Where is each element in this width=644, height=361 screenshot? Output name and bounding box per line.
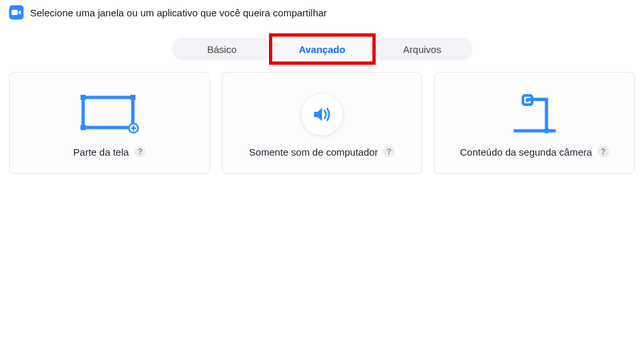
dialog-header: Selecione uma janela ou um aplicativo qu… (0, 0, 644, 20)
share-tabs: Básico Avançado Arquivos (0, 38, 644, 60)
help-icon[interactable]: ? (383, 146, 395, 158)
camera-icon-area (503, 88, 566, 141)
tab-basic[interactable]: Básico (172, 38, 272, 60)
audio-label-row: Somente som de computador ? (249, 146, 395, 158)
svg-rect-2 (80, 95, 86, 100)
svg-rect-0 (12, 10, 18, 15)
svg-point-13 (526, 98, 529, 102)
option-portion-of-screen[interactable]: Parte da tela ? (9, 72, 210, 174)
camera-icon (11, 9, 22, 16)
option-second-camera[interactable]: Conteúdo da segunda câmera ? (434, 72, 635, 174)
svg-point-14 (544, 128, 549, 133)
help-icon[interactable]: ? (134, 146, 146, 158)
portion-label-row: Parte da tela ? (73, 146, 146, 158)
svg-rect-3 (130, 95, 135, 100)
tab-advanced-highlight: Avançado (272, 38, 372, 60)
camera-label-row: Conteúdo da segunda câmera ? (460, 146, 609, 158)
audio-icon-area (300, 88, 344, 141)
svg-rect-1 (83, 97, 133, 128)
help-icon[interactable]: ? (598, 146, 609, 158)
share-options: Parte da tela ? Somente som de computado… (0, 60, 644, 174)
zoom-app-icon (9, 5, 24, 20)
audio-label: Somente som de computador (249, 146, 378, 158)
portion-label: Parte da tela (73, 146, 129, 158)
tab-advanced[interactable]: Avançado (272, 38, 372, 60)
tab-files[interactable]: Arquivos (372, 38, 473, 60)
screen-portion-icon (79, 94, 139, 135)
speaker-icon (311, 103, 333, 126)
camera-label: Conteúdo da segunda câmera (460, 146, 592, 158)
speaker-circle (300, 93, 344, 136)
option-computer-audio[interactable]: Somente som de computador ? (222, 72, 423, 174)
portion-icon-area (79, 88, 139, 141)
svg-rect-4 (80, 125, 86, 130)
document-camera-icon (503, 90, 566, 139)
dialog-title: Selecione uma janela ou um aplicativo qu… (30, 7, 327, 18)
